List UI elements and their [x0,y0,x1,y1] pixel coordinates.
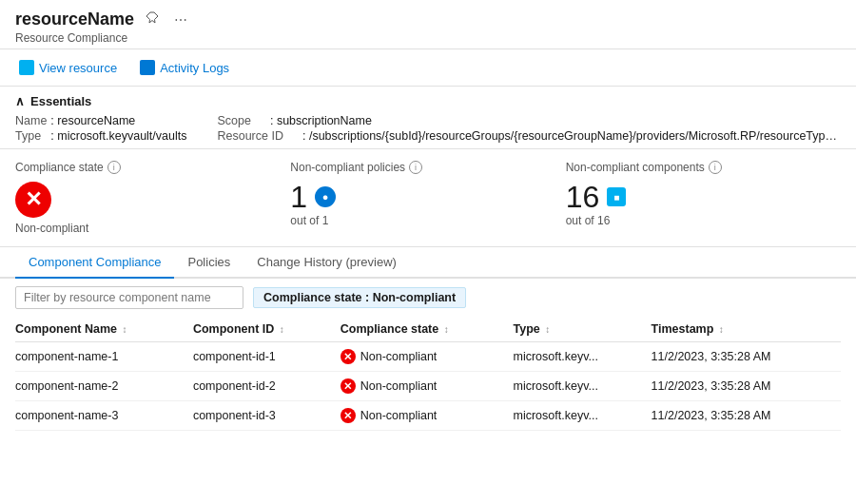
activity-logs-label: Activity Logs [160,61,229,75]
scope-label: Scope [217,114,254,127]
name-value: : resourceName [50,114,217,127]
cell-timestamp-0: 11/2/2023, 3:35:28 AM [652,342,841,372]
cell-component-id-2: component-id-3 [193,401,340,431]
col-type-sort-icon[interactable]: ↕ [545,324,550,335]
compliance-x-icon-0: ✕ [340,349,356,364]
noncompliant-x-icon: ✕ [15,182,51,218]
page-subtitle: Resource Compliance [15,31,841,45]
noncompliant-policies-stat: Non-compliant policies i 1 ● out of 1 [290,161,565,235]
filter-badge-separator: : [365,291,369,304]
cell-compliance-state-1: ✕ Non-compliant [340,372,514,401]
essentials-chevron-icon: ∧ [15,94,25,108]
essentials-title: Essentials [30,94,91,108]
compliance-state-stat: Compliance state i ✕ Non-compliant [15,161,290,235]
compliance-state-text-0: Non-compliant [360,350,438,363]
filter-badge-label: Compliance state [263,291,362,304]
cell-type-1: microsoft.keyv... [514,372,652,401]
noncompliant-policies-info-icon[interactable]: i [409,161,422,174]
essentials-section: ∧ Essentials Name : resourceName Scope :… [0,87,856,149]
col-component-id-sort-icon[interactable]: ↕ [280,324,284,335]
col-component-name-sort-icon[interactable]: ↕ [122,324,126,335]
compliance-x-icon-2: ✕ [340,408,356,423]
toolbar: View resource Activity Logs [0,49,856,87]
col-timestamp-sort-icon[interactable]: ↕ [719,324,724,335]
noncompliant-policies-label: Non-compliant policies [290,161,405,174]
cell-type-2: microsoft.keyv... [514,401,652,431]
tabs-row: Component Compliance Policies Change His… [0,247,856,279]
noncompliant-components-label: Non-compliant components [566,161,705,174]
col-compliance-state-sort-icon[interactable]: ↕ [444,324,449,335]
compliance-state-text-1: Non-compliant [360,379,438,393]
cell-compliance-state-2: ✕ Non-compliant [340,401,514,431]
tab-component-compliance[interactable]: Component Compliance [15,247,174,279]
resource-name-title: resourceName [15,10,134,29]
more-button[interactable]: ⋯ [170,10,191,29]
cell-component-id-0: component-id-1 [193,342,340,372]
resource-id-value: : /subscriptions/{subId}/resourceGroups/… [302,129,841,143]
page-header: resourceName ⋯ Resource Compliance [0,0,856,49]
compliance-filter-badge: Compliance state : Non-compliant [253,287,466,308]
tab-change-history[interactable]: Change History (preview) [243,247,410,279]
activity-logs-button[interactable]: Activity Logs [136,57,233,78]
activity-logs-icon [140,60,155,75]
component-filter-input[interactable] [15,286,243,309]
tab-policies[interactable]: Policies [174,247,243,279]
col-component-id: Component ID ↕ [193,317,340,342]
compliance-state-text-2: Non-compliant [360,409,438,422]
noncompliant-policies-out-of: out of 1 [290,214,542,227]
view-resource-label: View resource [39,61,117,75]
essentials-grid: Name : resourceName Scope : subscription… [15,114,841,143]
cell-component-id-1: component-id-2 [193,372,340,401]
component-table: Component Name ↕ Component ID ↕ Complian… [15,317,841,431]
table-row: component-name-1 component-id-1 ✕ Non-co… [15,342,841,372]
cell-component-name-2: component-name-3 [15,401,193,431]
cell-timestamp-2: 11/2/2023, 3:35:28 AM [652,401,841,431]
type-label: Type [15,129,50,143]
essentials-toggle[interactable]: ∧ Essentials [15,94,841,108]
noncompliant-components-count: 16 [566,182,600,212]
stats-row: Compliance state i ✕ Non-compliant Non-c… [0,149,856,247]
resource-id-label: Resource ID [217,129,286,143]
scope-value: : subscriptionName [270,114,372,127]
cell-component-name-0: component-name-1 [15,342,193,372]
component-icon: ■ [607,187,626,206]
cell-component-name-1: component-name-2 [15,372,193,401]
compliance-state-value: Non-compliant [15,222,267,235]
compliance-x-icon-1: ✕ [340,378,356,394]
noncompliant-components-stat: Non-compliant components i 16 ■ out of 1… [566,161,841,235]
filter-row: Compliance state : Non-compliant [0,279,856,317]
view-resource-button[interactable]: View resource [15,57,121,78]
filter-badge-value: Non-compliant [373,291,457,304]
compliance-state-info-icon[interactable]: i [107,161,121,174]
noncompliant-components-out-of: out of 16 [566,214,818,227]
policy-icon: ● [315,186,336,207]
type-value: : microsoft.keyvault/vaults [50,129,217,143]
noncompliant-components-info-icon[interactable]: i [709,161,722,174]
col-component-name: Component Name ↕ [15,317,193,342]
view-resource-icon [19,60,34,75]
table-row: component-name-2 component-id-2 ✕ Non-co… [15,372,841,401]
col-timestamp: Timestamp ↕ [652,317,841,342]
cell-type-0: microsoft.keyv... [514,342,652,372]
cell-timestamp-1: 11/2/2023, 3:35:28 AM [652,372,841,401]
compliance-state-label: Compliance state [15,161,104,174]
cell-compliance-state-0: ✕ Non-compliant [340,342,514,372]
pin-button[interactable] [142,10,163,29]
name-label: Name [15,114,50,127]
component-table-container: Component Name ↕ Component ID ↕ Complian… [0,317,856,431]
col-type: Type ↕ [514,317,652,342]
table-header-row: Component Name ↕ Component ID ↕ Complian… [15,317,841,342]
col-compliance-state: Compliance state ↕ [340,317,514,342]
table-row: component-name-3 component-id-3 ✕ Non-co… [15,401,841,431]
noncompliant-policies-count: 1 [290,182,307,212]
